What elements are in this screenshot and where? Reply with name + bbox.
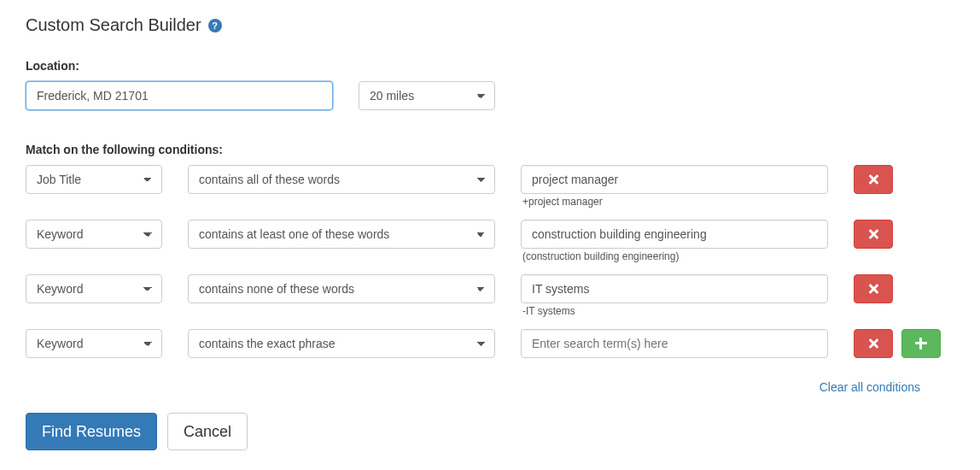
operator-select[interactable]: contains none of these words	[188, 274, 495, 303]
location-input[interactable]	[26, 81, 333, 110]
location-row: 20 miles	[26, 81, 954, 110]
field-select[interactable]: Keyword	[26, 329, 162, 358]
field-select[interactable]: Keyword	[26, 274, 162, 303]
field-select[interactable]: Job Title	[26, 165, 162, 194]
field-select[interactable]: Keyword	[26, 220, 162, 249]
remove-condition-button[interactable]	[854, 274, 893, 303]
help-icon[interactable]: ?	[208, 19, 222, 32]
close-icon	[867, 338, 879, 350]
add-condition-button[interactable]	[901, 329, 941, 358]
find-resumes-button[interactable]: Find Resumes	[26, 413, 157, 450]
remove-condition-button[interactable]	[854, 165, 893, 194]
term-input[interactable]	[521, 329, 828, 358]
term-input[interactable]	[521, 274, 828, 303]
clear-all-link[interactable]: Clear all conditions	[820, 380, 920, 394]
page-title: Custom Search Builder	[26, 15, 201, 35]
close-icon	[867, 283, 879, 295]
radius-select[interactable]: 20 miles	[359, 81, 495, 110]
condition-row: Keyword contains at least one of these w…	[26, 220, 954, 262]
close-icon	[867, 228, 879, 240]
close-icon	[867, 173, 879, 185]
term-input[interactable]	[521, 220, 828, 249]
remove-condition-button[interactable]	[854, 220, 893, 249]
cancel-button[interactable]: Cancel	[167, 413, 248, 450]
header: Custom Search Builder ?	[26, 15, 954, 35]
term-hint: -IT systems	[521, 305, 828, 317]
condition-row: Keyword contains none of these words -IT…	[26, 274, 954, 317]
condition-row: Job Title contains all of these words +p…	[26, 165, 954, 208]
condition-row: Keyword contains the exact phrase	[26, 329, 954, 358]
operator-select[interactable]: contains at least one of these words	[188, 220, 495, 249]
term-hint: +project manager	[521, 196, 828, 208]
operator-select[interactable]: contains the exact phrase	[188, 329, 495, 358]
term-input[interactable]	[521, 165, 828, 194]
term-hint: (construction building engineering)	[521, 250, 828, 262]
footer-actions: Find Resumes Cancel	[26, 413, 954, 450]
remove-condition-button[interactable]	[854, 329, 893, 358]
location-label: Location:	[26, 59, 954, 73]
operator-select[interactable]: contains all of these words	[188, 165, 495, 194]
plus-icon	[915, 338, 927, 350]
conditions-label: Match on the following conditions:	[26, 143, 954, 156]
